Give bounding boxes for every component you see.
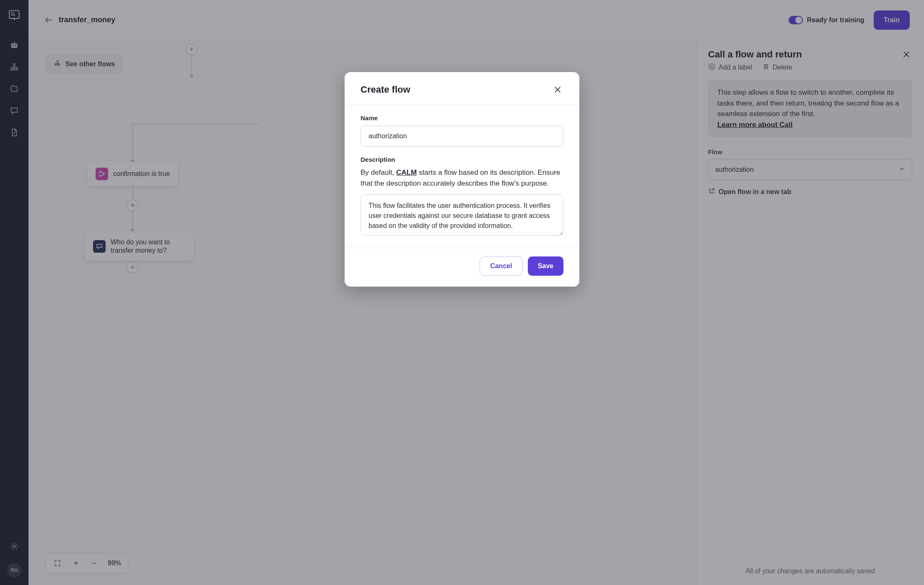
modal-close-button[interactable]: [552, 84, 563, 96]
modal-save-button[interactable]: Save: [528, 256, 563, 276]
modal-desc-label: Description: [361, 156, 563, 163]
modal-cancel-button[interactable]: Cancel: [480, 256, 522, 276]
modal-desc-preamble: By default, CALM starts a flow based on …: [361, 167, 563, 189]
modal-name-label: Name: [361, 114, 563, 122]
modal-overlay[interactable]: Create flow Name Description By default,…: [0, 0, 924, 585]
modal-desc-preamble-before: By default,: [361, 168, 396, 176]
create-flow-modal: Create flow Name Description By default,…: [345, 72, 579, 287]
modal-description-input[interactable]: [361, 194, 563, 236]
modal-name-input[interactable]: [361, 126, 563, 147]
modal-title: Create flow: [361, 84, 552, 95]
calm-link[interactable]: CALM: [396, 168, 417, 176]
